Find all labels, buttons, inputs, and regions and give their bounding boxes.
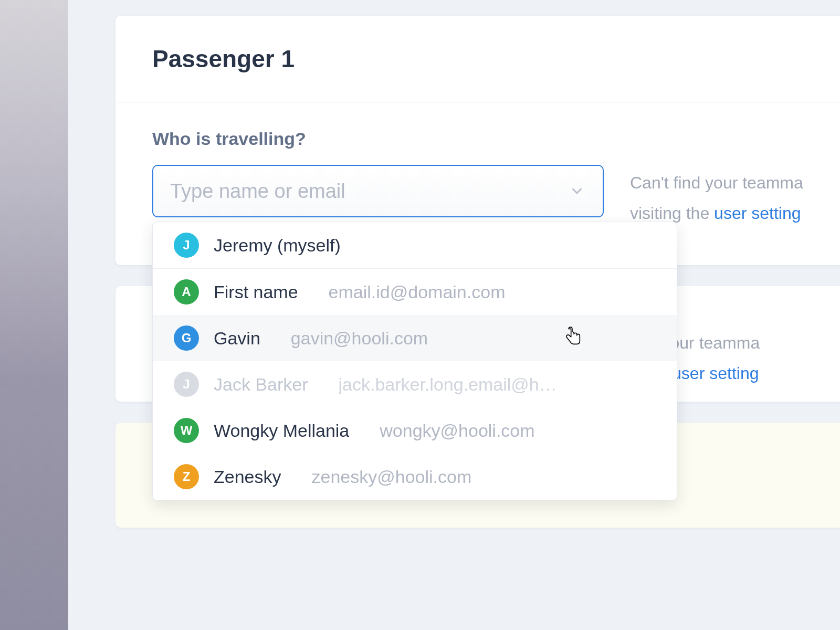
avatar: G xyxy=(174,326,199,351)
passenger-card-header: Passenger 1 xyxy=(116,16,840,102)
person-email: jack.barker.long.email@h… xyxy=(339,374,656,395)
avatar: A xyxy=(174,279,199,304)
passenger-combobox: JJeremy (myself)AFirst nameemail.id@doma… xyxy=(152,165,604,217)
person-name: Zenesky xyxy=(214,467,281,487)
person-name: Gavin xyxy=(214,328,260,349)
helper-line2-prefix: visiting the xyxy=(630,204,714,223)
dropdown-item[interactable]: AFirst nameemail.id@domain.com xyxy=(153,269,677,315)
person-name: First name xyxy=(214,282,298,302)
helper-text: Can't find your teamma visiting the user… xyxy=(630,165,803,228)
person-name: Jeremy (myself) xyxy=(214,235,341,256)
dropdown-item: JJack Barkerjack.barker.long.email@h… xyxy=(153,361,677,407)
person-email: wongky@hooli.com xyxy=(380,421,656,441)
person-name: Wongky Mellania xyxy=(214,421,349,441)
avatar: J xyxy=(174,372,199,397)
person-email: email.id@domain.com xyxy=(329,282,656,302)
dropdown-item[interactable]: JJeremy (myself) xyxy=(153,222,677,269)
background-sidebar-strip xyxy=(0,0,68,630)
person-email: zenesky@hooli.com xyxy=(312,467,656,487)
helper-line1: Can't find your teamma xyxy=(630,173,803,192)
avatar: J xyxy=(174,233,199,258)
avatar: Z xyxy=(174,464,199,489)
avatar: W xyxy=(174,418,199,443)
field-row: JJeremy (myself)AFirst nameemail.id@doma… xyxy=(152,165,814,228)
passenger-card-1: Passenger 1 Who is travelling? JJeremy (… xyxy=(116,16,840,265)
passenger-card-title: Passenger 1 xyxy=(152,45,814,73)
user-settings-link-2[interactable]: user setting xyxy=(672,364,759,383)
field-label-who-travelling: Who is travelling? xyxy=(152,129,814,149)
main-stage: Passenger 1 Who is travelling? JJeremy (… xyxy=(68,0,840,630)
passenger-dropdown: JJeremy (myself)AFirst nameemail.id@doma… xyxy=(152,222,677,500)
person-name: Jack Barker xyxy=(214,374,308,395)
user-settings-link[interactable]: user setting xyxy=(714,204,801,223)
dropdown-item[interactable]: GGavingavin@hooli.com xyxy=(153,315,677,361)
passenger-card-body: Who is travelling? JJeremy (myself)AFirs… xyxy=(116,102,840,265)
dropdown-item[interactable]: ZZeneskyzenesky@hooli.com xyxy=(153,454,677,500)
person-email: gavin@hooli.com xyxy=(291,328,656,349)
dropdown-item[interactable]: WWongky Mellaniawongky@hooli.com xyxy=(153,407,677,454)
passenger-search-input[interactable] xyxy=(152,165,604,217)
